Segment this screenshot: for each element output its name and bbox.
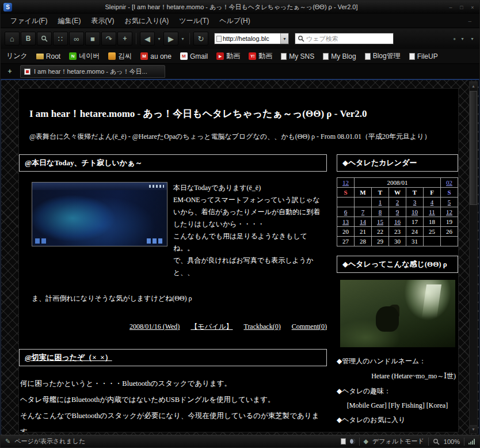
window-controls: – □ × [447, 3, 477, 11]
toolbar-options-dropdown[interactable]: ▾ [469, 32, 475, 45]
menu-tools[interactable]: ツール(T) [174, 14, 214, 28]
calendar-day-link[interactable]: 14 [355, 217, 372, 227]
post1-paragraph: 本日なTodayであります(ё_ё) [173, 182, 326, 194]
redo-button[interactable]: ↷ [101, 32, 116, 45]
tile-view-button[interactable]: ∷ [53, 32, 68, 45]
forward-button[interactable]: ▶ [163, 32, 178, 45]
status-page-icon[interactable] [341, 438, 346, 445]
em-one-dock-left-decoration [35, 238, 47, 244]
tab-favicon-icon [24, 69, 31, 75]
page-scrollbar[interactable]: ▲ ▼ [469, 81, 478, 434]
search-button[interactable] [37, 32, 52, 45]
link-naver[interactable]: N네이버 [69, 51, 100, 61]
link-auone[interactable]: Mau one [140, 52, 172, 60]
address-input[interactable] [222, 35, 280, 42]
link-label: 김씨 [118, 51, 132, 61]
bookmarks-button[interactable]: B [21, 32, 36, 45]
web-search-input[interactable] [306, 35, 391, 42]
post1-trackback-link[interactable]: Trackback(0) [243, 322, 280, 331]
calendar-day-link[interactable]: 6 [337, 207, 355, 217]
status-bar: ✎ ページが表示されました ◆ デフォルトモード 100% [1, 435, 479, 447]
post2-title-bar[interactable]: @切実に困ったぞ（×_×） [19, 349, 327, 366]
window-close-button[interactable]: × [468, 3, 477, 11]
toolbar: ⌂ B ∷ ∞ ■ ↷ + ◀ ▾ ▶ ▾ ↻ ▼ ● ▾ ▾ [1, 28, 479, 49]
link-button[interactable]: ∞ [69, 32, 84, 45]
blog-page: I am hear！hetare.momo - あっ！今日もヘタレちゃったぁ～っ… [18, 88, 459, 432]
menu-help[interactable]: ヘルプ(H) [214, 14, 256, 28]
menu-view[interactable]: 表示(V) [86, 14, 119, 28]
menubar-grip-icon[interactable]: – [468, 18, 475, 24]
tab-active[interactable]: I am hear！hetare.momo - あっ！今日... [20, 65, 165, 78]
status-mode-label[interactable]: デフォルトモード [372, 437, 424, 446]
em-one-screenshot-image [32, 182, 167, 246]
status-dot-button[interactable]: ● [453, 36, 456, 41]
link-root[interactable]: Root [36, 52, 60, 60]
blog-title[interactable]: I am hear！hetare.momo - あっ！今日もヘタレちゃったぁ～っ… [29, 107, 448, 120]
link-blog-admin[interactable]: Blog管理 [365, 51, 401, 61]
new-tab-toolbar-button[interactable]: + [117, 32, 132, 45]
post2-paragraph: ヘタレ母艦にはBluetoothが内蔵ではないためUSBドングルを使用しています… [20, 392, 327, 408]
post1-category-link[interactable]: 【モバイル】 [191, 322, 233, 331]
link-fileup[interactable]: FileUP [409, 52, 438, 60]
calendar-day-link[interactable]: 8 [372, 207, 389, 217]
menubar: ファイル(F) 編集(E) 表示(V) お気に入り(A) ツール(T) ヘルプ(… [1, 14, 479, 28]
link-douga-1[interactable]: ▶動画 [216, 51, 240, 61]
capture-button[interactable]: ■ [85, 32, 100, 45]
calendar-next-month-link[interactable]: 02 [446, 179, 452, 186]
scrollbar-thumb[interactable] [470, 91, 477, 205]
link-label: 네이버 [79, 51, 100, 61]
link-my-blog[interactable]: My Blog [323, 52, 356, 60]
link-douga-2[interactable]: Y!動画 [249, 51, 272, 61]
post1-comment-link[interactable]: Comment(0) [292, 322, 327, 331]
calendar-day-link[interactable]: 1 [372, 198, 389, 207]
post1-title-bar[interactable]: @本日なToday、チト寂しいかぁ～ [19, 154, 327, 172]
calendar-day-link[interactable]: 10 [406, 207, 424, 217]
handle-value: Hetare (Hetare~mo_mo～Ⅰ世) [337, 371, 458, 381]
zoom-magnifier-icon[interactable] [433, 438, 440, 445]
window-maximize-button[interactable]: □ [458, 3, 466, 11]
address-dropdown-button[interactable]: ▼ [280, 33, 288, 44]
scroll-up-arrow[interactable]: ▲ [470, 82, 477, 90]
post1-paragraph: ま、計画倒れになりそうな気がしますけどね(ΘΘ) ρ [19, 279, 327, 303]
toolbar-overflow-dropdown[interactable]: ▾ [459, 32, 466, 45]
post1-date-link[interactable]: 2008/01/16 (Wed) [129, 322, 180, 331]
new-tab-button[interactable]: + [5, 67, 14, 76]
calendar-day-link[interactable]: 13 [337, 217, 355, 227]
status-separator [359, 438, 360, 446]
menu-favorites[interactable]: お気に入り(A) [119, 14, 174, 28]
status-separator [464, 438, 464, 446]
status-moon-icon[interactable] [350, 439, 355, 444]
post2-paragraph: そんなこんなでBluetoothのスタックが必要になり、今現在使用しているのが東… [20, 408, 327, 432]
forward-history-dropdown[interactable]: ▾ [180, 32, 186, 45]
calendar-day-link[interactable]: 7 [355, 207, 372, 217]
link-gmail[interactable]: MGmail [180, 52, 208, 60]
link-my-sns[interactable]: My SNS [281, 52, 314, 60]
calendar-day-link[interactable]: 12 [441, 207, 458, 217]
menu-file[interactable]: ファイル(F) [5, 14, 52, 28]
calendar-week-row: 20 21 22 23 24 25 26 [337, 227, 458, 237]
chevron-down-icon: ▾ [461, 36, 463, 41]
calendar-day-link[interactable]: 5 [441, 198, 458, 207]
back-button[interactable]: ◀ [140, 32, 155, 45]
back-history-dropdown[interactable]: ▾ [156, 32, 162, 45]
menu-edit[interactable]: 編集(E) [52, 14, 86, 28]
page-icon [365, 53, 371, 60]
home-button[interactable]: ⌂ [5, 32, 20, 45]
scroll-down-arrow[interactable]: ▼ [470, 425, 477, 433]
calendar-day-link[interactable]: 2 [389, 198, 406, 207]
zoom-level[interactable]: 100% [444, 438, 460, 445]
calendar-day-link[interactable]: 15 [372, 217, 389, 227]
search-icon [298, 35, 304, 42]
post2-title[interactable]: @切実に困ったぞ（×_×） [25, 353, 112, 362]
calendar-day-link[interactable]: 9 [389, 207, 406, 217]
calendar-day-link[interactable]: 3 [406, 198, 424, 207]
window-minimize-button[interactable]: – [447, 3, 455, 11]
calendar-day-link[interactable]: 11 [424, 207, 441, 217]
calendar-day-link[interactable]: 16 [389, 217, 406, 227]
calendar-day-link[interactable]: 4 [424, 198, 441, 207]
link-kim[interactable]: 김씨 [108, 51, 132, 61]
calendar-prev-month-link[interactable]: 12 [342, 179, 349, 186]
toolbar-right-group: ● ▾ ▾ [453, 32, 475, 45]
refresh-button[interactable]: ↻ [193, 32, 208, 45]
post1-title[interactable]: @本日なToday、チト寂しいかぁ～ [25, 158, 142, 167]
